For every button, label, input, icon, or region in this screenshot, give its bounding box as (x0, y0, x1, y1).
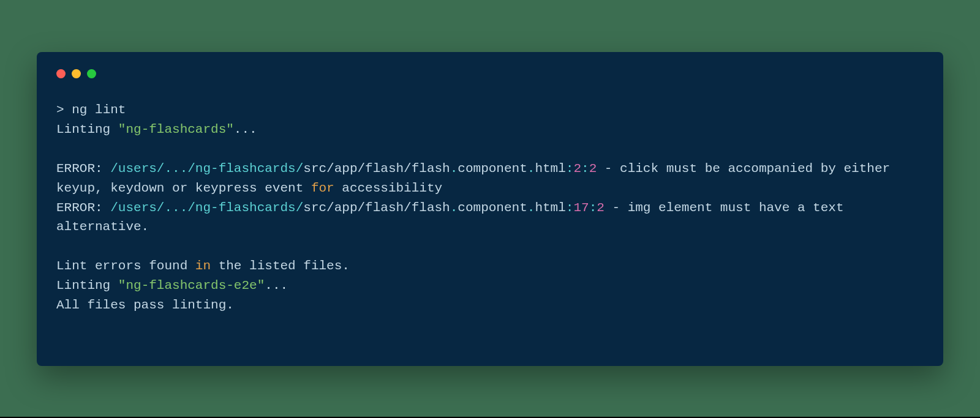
error2-colon1: : (566, 201, 574, 215)
found-pre: Lint errors found (56, 259, 195, 273)
error1-path-prefix: /users/ (110, 162, 164, 176)
error1-line: 2 (573, 162, 581, 176)
error1-colon2: : (581, 162, 589, 176)
prompt-caret: > (56, 103, 72, 117)
prompt-command: ng lint (72, 103, 126, 117)
error1-component: component (458, 162, 527, 176)
error2-dot2: . (527, 201, 535, 215)
lint1-prefix: Linting (56, 122, 118, 136)
found-in: in (195, 259, 211, 273)
zoom-icon[interactable] (87, 69, 96, 78)
error2-col: 2 (597, 201, 605, 215)
error2-line: 17 (573, 201, 589, 215)
found-post: the listed files. (211, 259, 350, 273)
error1-dot1: . (450, 162, 458, 176)
error1-col: 2 (589, 162, 597, 176)
error1-ext: html (535, 162, 565, 176)
lint2-prefix: Linting (56, 278, 118, 293)
window-controls (56, 69, 924, 78)
error2-path-tail: src/app/flash/flash (303, 201, 450, 215)
lint1-project: "ng-flashcards" (118, 122, 234, 136)
error1-label: ERROR: (56, 162, 110, 176)
error1-path-ellipsis: .../ng-flashcards/ (164, 162, 303, 176)
error1-dot2: . (527, 162, 535, 176)
terminal-window: > ng lint Linting "ng-flashcards"... ERR… (37, 52, 943, 366)
error2-ext: html (535, 201, 565, 215)
error1-colon1: : (566, 162, 574, 176)
error2-label: ERROR: (56, 201, 110, 215)
lint2-suffix: ... (265, 278, 288, 293)
error1-path-tail: src/app/flash/flash (303, 162, 450, 176)
error1-msg-b: accessibility (334, 181, 442, 195)
error2-path-ellipsis: .../ng-flashcards/ (164, 201, 303, 215)
lint1-suffix: ... (234, 122, 257, 136)
error2-path-prefix: /users/ (110, 201, 164, 215)
terminal-output: > ng lint Linting "ng-flashcards"... ERR… (56, 100, 924, 315)
minimize-icon[interactable] (72, 69, 81, 78)
error2-colon2: : (589, 201, 597, 215)
close-icon[interactable] (56, 69, 66, 78)
error2-dot1: . (450, 201, 458, 215)
lint2-project: "ng-flashcards-e2e" (118, 278, 265, 293)
pass-line: All files pass linting. (56, 298, 234, 312)
error1-for: for (311, 181, 334, 195)
error2-component: component (458, 201, 527, 215)
